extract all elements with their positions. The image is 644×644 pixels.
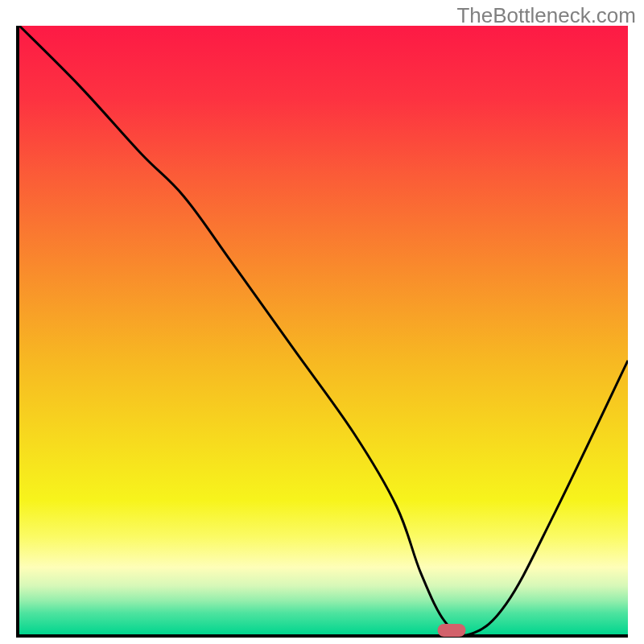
watermark-text: TheBottleneck.com (456, 3, 636, 28)
plot-area (16, 26, 628, 638)
curve-layer (19, 26, 628, 634)
bottleneck-curve (19, 26, 628, 634)
optimal-point-marker (437, 624, 465, 637)
chart-frame: TheBottleneck.com (0, 0, 644, 644)
